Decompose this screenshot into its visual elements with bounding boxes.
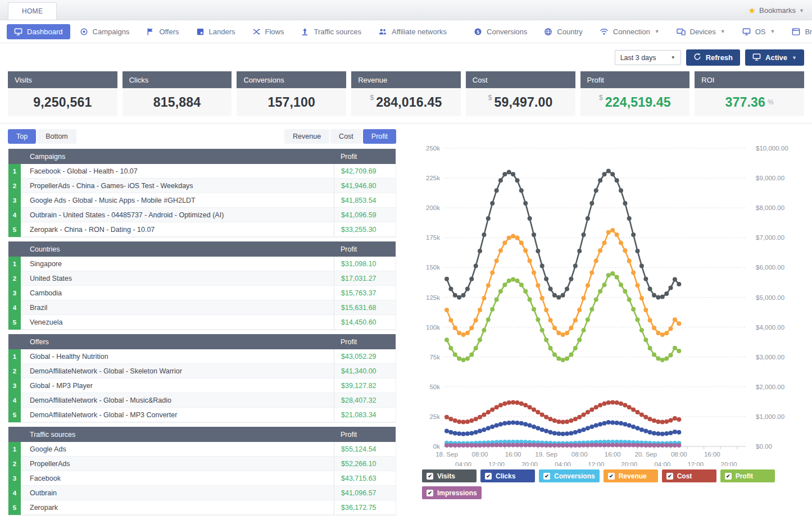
target-icon	[80, 28, 88, 36]
nav-item-landers[interactable]: Landers	[189, 24, 243, 39]
flag-icon	[146, 28, 155, 36]
ranking-table-campaigns: Campaigns Profit 1 Facebook - Global - H…	[8, 149, 396, 238]
svg-text:16:00: 16:00	[704, 451, 720, 458]
table-row[interactable]: 4 Outbrain - United States - 04485737 - …	[8, 208, 396, 222]
legend-item-impressions[interactable]: ✔ Impressions	[422, 486, 482, 499]
svg-text:04:00: 04:00	[555, 461, 571, 466]
stat-card-conversions: Conversions 157,100	[237, 71, 346, 116]
row-profit: $41,096.59	[334, 208, 396, 222]
rank-badge: 4	[8, 393, 21, 408]
svg-text:150k: 150k	[426, 264, 440, 271]
row-name: PropellerAds	[21, 457, 334, 471]
date-range-select[interactable]: Last 3 days ▼	[615, 50, 681, 65]
table-row[interactable]: 3 Facebook $43,715.63	[8, 471, 396, 486]
svg-text:12:00: 12:00	[687, 461, 704, 466]
table-row[interactable]: 2 United States $17,031.27	[8, 271, 396, 286]
chevron-down-icon: ▼	[792, 55, 797, 61]
row-name: Brazil	[21, 300, 334, 315]
svg-text:125k: 125k	[426, 294, 440, 301]
nav-item-conversions[interactable]: $Conversions	[466, 24, 534, 39]
legend-label: Conversions	[554, 472, 595, 480]
rankings-column: TopBottom RevenueCostProfit Campaigns Pr…	[8, 129, 396, 519]
nav-item-label: Country	[557, 28, 583, 36]
table-row[interactable]: 5 Zeropark - China - RON - Dating - 10.0…	[8, 222, 396, 237]
svg-text:50k: 50k	[429, 384, 440, 390]
currency-sign: $	[599, 94, 603, 102]
nav-item-traffic-sources[interactable]: Traffic sources	[293, 24, 369, 39]
chart-column: 0k$0.0025k$1,000.0050k$2,000.0075k$3,000…	[411, 129, 809, 519]
table-row[interactable]: 2 DemoAffiliateNetwork - Global - Skelet…	[8, 364, 396, 378]
legend-item-cost[interactable]: ✔ Cost	[662, 469, 716, 482]
table-row[interactable]: 3 Google Ads - Global - Music Apps - Mob…	[8, 193, 396, 208]
table-row[interactable]: 4 DemoAffiliateNetwork - Global - Music&…	[8, 393, 396, 408]
legend-item-revenue[interactable]: ✔ Revenue	[604, 469, 658, 482]
nav-item-os[interactable]: OS▼	[735, 24, 783, 39]
svg-text:16:00: 16:00	[605, 451, 621, 458]
rank-badge: 5	[8, 315, 21, 330]
tab-home[interactable]: HOME	[8, 2, 57, 20]
svg-text:20:00: 20:00	[621, 461, 637, 466]
legend-label: Clicks	[496, 472, 515, 480]
nav-item-campaigns[interactable]: Campaigns	[72, 24, 137, 39]
stat-card-value: 815,884	[123, 88, 232, 116]
checkbox-checked-icon: ✔	[608, 473, 615, 480]
row-profit: $39,127.82	[334, 378, 396, 393]
row-name: Facebook - Global - Health - 10.07	[21, 164, 334, 179]
profit-column-header: Profit	[334, 153, 396, 161]
checkbox-checked-icon: ✔	[427, 490, 433, 496]
legend-item-visits[interactable]: ✔ Visits	[422, 469, 477, 482]
profit-column-header: Profit	[334, 431, 396, 439]
refresh-button[interactable]: Refresh	[686, 49, 740, 66]
legend-item-conversions[interactable]: ✔ Conversions	[539, 469, 600, 482]
metric-profit-button[interactable]: Profit	[363, 129, 396, 144]
chevron-down-icon: ▼	[655, 29, 660, 34]
stat-card-title: Visits	[8, 71, 117, 88]
row-profit: $28,407.32	[334, 393, 396, 408]
table-row[interactable]: 5 Zeropark $36,172.75	[8, 500, 396, 515]
rank-top-button[interactable]: Top	[8, 129, 36, 144]
metric-revenue-button[interactable]: Revenue	[284, 129, 329, 144]
rank-badge: 4	[8, 208, 21, 222]
table-row[interactable]: 1 Facebook - Global - Health - 10.07 $42…	[8, 164, 396, 179]
table-row[interactable]: 2 PropellerAds $52,266.10	[8, 457, 396, 471]
table-row[interactable]: 1 Singapore $31,098.10	[8, 257, 396, 271]
svg-text:$5,000.00: $5,000.00	[756, 294, 784, 301]
row-name: Global - Healthy Nutrition	[21, 349, 334, 364]
row-profit: $41,853.54	[334, 193, 396, 208]
active-filter-button[interactable]: Active ▼	[745, 49, 804, 66]
nav-item-country[interactable]: Country	[537, 24, 590, 39]
nav-item-affiliate-networks[interactable]: Affiliate networks	[371, 24, 454, 39]
stat-card-clicks: Clicks 815,884	[123, 71, 232, 116]
nav-item-label: Flows	[265, 28, 284, 36]
legend-item-profit[interactable]: ✔ Profit	[720, 469, 775, 482]
traffic-up-icon	[301, 28, 309, 36]
row-profit: $36,172.75	[334, 500, 396, 515]
nav-item-browsers[interactable]: Browsers▼	[784, 24, 812, 39]
table-row[interactable]: 1 Google Ads $55,124.54	[8, 442, 396, 457]
checkbox-checked-icon: ✔	[666, 473, 673, 480]
nav-item-offers[interactable]: Offers	[139, 24, 186, 39]
svg-text:$8,000.00: $8,000.00	[756, 204, 784, 211]
nav-item-dashboard[interactable]: Dashboard	[7, 24, 70, 39]
row-name: Singapore	[21, 257, 334, 271]
table-row[interactable]: 3 Global - MP3 Player $39,127.82	[8, 378, 396, 393]
table-row[interactable]: 4 Outbrain $41,096.57	[8, 486, 396, 500]
svg-text:$3,000.00: $3,000.00	[756, 354, 784, 361]
svg-text:08:00: 08:00	[671, 451, 687, 458]
chart-legend: ✔ Visits ✔ Clicks ✔ Conversions ✔ Revenu…	[422, 469, 776, 499]
table-row[interactable]: 2 PropellerAds - China - Games- iOS Test…	[8, 179, 396, 193]
table-row[interactable]: 4 Brazil $15,631.68	[8, 300, 396, 315]
table-row[interactable]: 1 Global - Healthy Nutrition $43,052.29	[8, 349, 396, 364]
table-row[interactable]: 5 DemoAffiliateNetwork - Global - MP3 Co…	[8, 408, 396, 422]
nav-item-devices[interactable]: Devices▼	[669, 24, 733, 39]
metric-cost-button[interactable]: Cost	[330, 129, 362, 144]
table-row[interactable]: 3 Cambodia $15,763.37	[8, 286, 396, 300]
stat-card-profit: Profit $ 224,519.45	[580, 71, 690, 116]
nav-item-connection[interactable]: Connection▼	[592, 24, 667, 39]
table-title: Campaigns	[8, 153, 334, 161]
nav-item-flows[interactable]: Flows	[245, 24, 292, 39]
legend-item-clicks[interactable]: ✔ Clicks	[480, 469, 535, 482]
table-row[interactable]: 5 Venezuela $14,450.60	[8, 315, 396, 330]
bookmarks-menu[interactable]: ★ Bookmarks ▼	[749, 6, 804, 20]
rank-bottom-button[interactable]: Bottom	[37, 129, 76, 144]
